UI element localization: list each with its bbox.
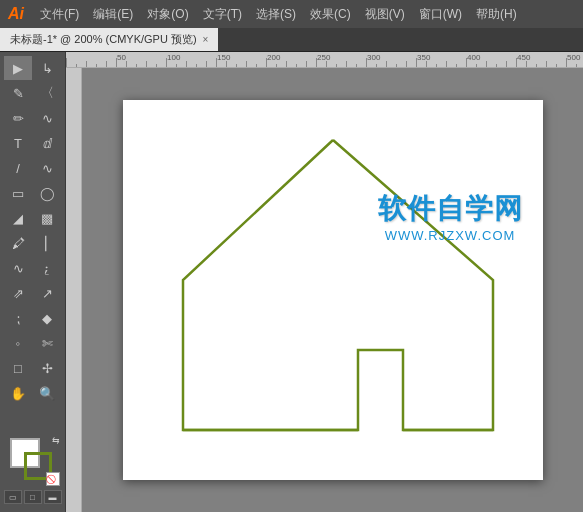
canvas-area: 50100150200250300350400450500550 软件自学网 W bbox=[66, 52, 583, 512]
swap-colors-icon[interactable]: ⇆ bbox=[52, 435, 60, 445]
pencil-tool[interactable]: ✏ bbox=[4, 106, 32, 130]
toolbar: ▶ ↳ ✎ 〈 ✏ ∿ T ⅆ / ∿ ▭ ◯ ◢ ▩ bbox=[0, 52, 66, 512]
hand-tool[interactable]: ✋ bbox=[4, 381, 32, 405]
canvas-content[interactable]: 软件自学网 WWW.RJZXW.COM bbox=[82, 68, 583, 512]
menu-bar: 文件(F)编辑(E)对象(O)文字(T)选择(S)效果(C)视图(V)窗口(W)… bbox=[34, 4, 575, 25]
tool-row-4: T ⅆ bbox=[2, 131, 63, 155]
tool-row-13: □ ✢ bbox=[2, 356, 63, 380]
zoom-tool[interactable]: 🔍 bbox=[33, 381, 61, 405]
tool-row-7: ◢ ▩ bbox=[2, 206, 63, 230]
tab-label: 未标题-1* @ 200% (CMYK/GPU 预览) bbox=[10, 32, 197, 47]
type-tool[interactable]: T bbox=[4, 131, 32, 155]
artboard: 软件自学网 WWW.RJZXW.COM bbox=[123, 100, 543, 480]
smooth-tool[interactable]: ∿ bbox=[33, 106, 61, 130]
menu-item-视图V[interactable]: 视图(V) bbox=[359, 4, 411, 25]
app-logo: Ai bbox=[8, 5, 24, 23]
tool-row-9: ∿ ⍮ bbox=[2, 256, 63, 280]
color-boxes: ⇆ ⃠ bbox=[10, 438, 56, 484]
line-tool[interactable]: / bbox=[4, 156, 32, 180]
scissors-tool[interactable]: ✄ bbox=[33, 331, 61, 355]
ellipse-tool[interactable]: ◯ bbox=[33, 181, 61, 205]
tab-bar: 未标题-1* @ 200% (CMYK/GPU 预览) × bbox=[0, 28, 583, 52]
selection-tool[interactable]: ▶ bbox=[4, 56, 32, 80]
tool-row-5: / ∿ bbox=[2, 156, 63, 180]
house-drawing bbox=[143, 120, 523, 460]
width-tool[interactable]: ⁏ bbox=[4, 306, 32, 330]
title-bar: Ai 文件(F)编辑(E)对象(O)文字(T)选择(S)效果(C)视图(V)窗口… bbox=[0, 0, 583, 28]
none-icon[interactable]: ⃠ bbox=[46, 472, 60, 486]
tool-row-14: ✋ 🔍 bbox=[2, 381, 63, 405]
area-type-tool[interactable]: ⅆ bbox=[33, 131, 61, 155]
scale-tool[interactable]: ⇗ bbox=[4, 281, 32, 305]
menu-item-编辑E[interactable]: 编辑(E) bbox=[87, 4, 139, 25]
paintbucket-tool[interactable]: ◢ bbox=[4, 206, 32, 230]
menu-item-效果C[interactable]: 效果(C) bbox=[304, 4, 357, 25]
main-layout: ▶ ↳ ✎ 〈 ✏ ∿ T ⅆ / ∿ ▭ ◯ ◢ ▩ bbox=[0, 52, 583, 512]
tool-row-6: ▭ ◯ bbox=[2, 181, 63, 205]
measure-tool[interactable]: ⎢ bbox=[33, 231, 61, 255]
puppet-tool[interactable]: ⍮ bbox=[33, 256, 61, 280]
tool-row-12: ◦ ✄ bbox=[2, 331, 63, 355]
direct-select-tool[interactable]: ↳ bbox=[33, 56, 61, 80]
ruler-left bbox=[66, 68, 82, 512]
ruler-top: 50100150200250300350400450500550 bbox=[66, 52, 583, 68]
document-tab[interactable]: 未标题-1* @ 200% (CMYK/GPU 预览) × bbox=[0, 28, 218, 51]
menu-item-帮助H[interactable]: 帮助(H) bbox=[470, 4, 523, 25]
tool-row-1: ▶ ↳ bbox=[2, 56, 63, 80]
eyedropper-tool[interactable]: 🖍 bbox=[4, 231, 32, 255]
blend-tool[interactable]: ◆ bbox=[33, 306, 61, 330]
tool-row-3: ✏ ∿ bbox=[2, 106, 63, 130]
eraser-tool[interactable]: ◦ bbox=[4, 331, 32, 355]
pen-tool[interactable]: ✎ bbox=[4, 81, 32, 105]
tool-row-2: ✎ 〈 bbox=[2, 81, 63, 105]
artboard-tool[interactable]: □ bbox=[4, 356, 32, 380]
menu-item-文字T[interactable]: 文字(T) bbox=[197, 4, 248, 25]
menu-item-文件F[interactable]: 文件(F) bbox=[34, 4, 85, 25]
arc-tool[interactable]: ∿ bbox=[33, 156, 61, 180]
tab-close-button[interactable]: × bbox=[203, 34, 209, 45]
warp-tool[interactable]: ∿ bbox=[4, 256, 32, 280]
menu-item-对象O[interactable]: 对象(O) bbox=[141, 4, 194, 25]
tool-row-11: ⁏ ◆ bbox=[2, 306, 63, 330]
normal-mode-btn[interactable]: ▭ bbox=[4, 490, 22, 504]
tool-row-10: ⇗ ↗ bbox=[2, 281, 63, 305]
slice-tool[interactable]: ✢ bbox=[33, 356, 61, 380]
gradient-tool[interactable]: ▩ bbox=[33, 206, 61, 230]
screen-mode-row: ▭ □ ▬ bbox=[4, 490, 62, 504]
presentation-mode-btn[interactable]: ▬ bbox=[44, 490, 62, 504]
shear-tool[interactable]: ↗ bbox=[33, 281, 61, 305]
curvature-tool[interactable]: 〈 bbox=[33, 81, 61, 105]
color-area: ⇆ ⃠ ▭ □ ▬ bbox=[2, 434, 63, 508]
menu-item-窗口W[interactable]: 窗口(W) bbox=[413, 4, 468, 25]
rectangle-tool[interactable]: ▭ bbox=[4, 181, 32, 205]
menu-item-选择S[interactable]: 选择(S) bbox=[250, 4, 302, 25]
tool-row-8: 🖍 ⎢ bbox=[2, 231, 63, 255]
fullscreen-mode-btn[interactable]: □ bbox=[24, 490, 42, 504]
